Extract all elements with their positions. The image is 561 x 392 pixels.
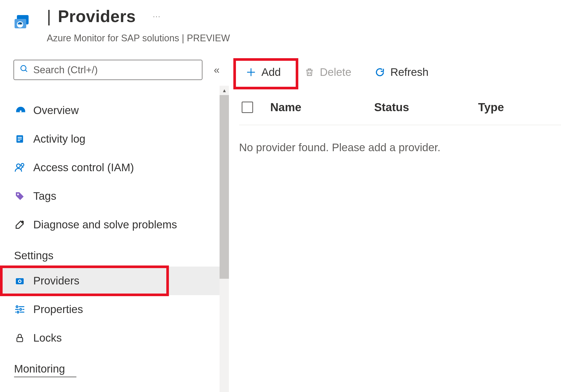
- page-title: Providers: [58, 7, 136, 26]
- lock-icon: [14, 332, 26, 344]
- more-icon[interactable]: ···: [142, 12, 161, 21]
- col-type[interactable]: Type: [478, 101, 561, 114]
- sidebar-item-providers[interactable]: Providers: [0, 267, 220, 295]
- sidebar-item-label: Activity log: [33, 133, 85, 145]
- sidebar-item-label: Overview: [33, 104, 79, 117]
- grid-header: Name Status Type: [239, 101, 561, 125]
- refresh-icon: [374, 67, 386, 78]
- collapse-sidebar-icon[interactable]: «: [214, 64, 220, 76]
- add-button-label: Add: [261, 66, 281, 78]
- tags-icon: [14, 190, 26, 202]
- sidebar-item-activity-log[interactable]: Activity log: [0, 125, 220, 153]
- sidebar-item-properties[interactable]: Properties: [0, 295, 220, 324]
- svg-point-19: [16, 306, 18, 308]
- sidebar-scrollbar[interactable]: ▴: [220, 86, 229, 392]
- sidebar: « Overview Activity log Access control (…: [0, 60, 220, 392]
- sidebar-item-tags[interactable]: Tags: [0, 182, 220, 210]
- resource-icon: [13, 14, 32, 32]
- delete-button: Delete: [298, 63, 358, 81]
- diagnose-icon: [14, 218, 26, 231]
- scrollbar-thumb[interactable]: [220, 95, 229, 279]
- search-icon: [20, 64, 29, 76]
- col-status[interactable]: Status: [374, 101, 478, 114]
- select-all-checkbox[interactable]: [242, 102, 253, 113]
- refresh-button-label: Refresh: [390, 66, 428, 78]
- page-header: | Providers ··· Azure Monitor for SAP so…: [13, 7, 561, 43]
- sidebar-item-label: Locks: [33, 332, 62, 344]
- delete-button-label: Delete: [320, 66, 351, 78]
- svg-rect-27: [17, 337, 23, 342]
- svg-rect-11: [18, 140, 20, 141]
- title-separator: |: [47, 7, 51, 26]
- sidebar-item-locks[interactable]: Locks: [0, 324, 220, 352]
- overview-icon: [14, 104, 26, 117]
- sidebar-item-access-control[interactable]: Access control (IAM): [0, 153, 220, 182]
- sidebar-item-label: Properties: [33, 303, 83, 316]
- main-content: Add Delete Refresh Name Status Type No p…: [239, 60, 561, 392]
- sidebar-item-diagnose[interactable]: Diagnose and solve problems: [0, 210, 220, 239]
- empty-state-message: No provider found. Please add a provider…: [239, 141, 561, 154]
- add-button[interactable]: Add: [239, 63, 287, 81]
- sidebar-item-label: Tags: [33, 190, 56, 202]
- refresh-button[interactable]: Refresh: [368, 63, 435, 81]
- scrollbar-up-icon[interactable]: ▴: [220, 86, 229, 95]
- activity-log-icon: [14, 133, 26, 145]
- svg-rect-10: [18, 138, 22, 139]
- page-subtitle: Azure Monitor for SAP solutions | PREVIE…: [47, 33, 230, 44]
- sidebar-section-monitoring: Monitoring: [14, 352, 76, 377]
- sidebar-nav: Overview Activity log Access control (IA…: [0, 96, 220, 377]
- sidebar-item-label: Diagnose and solve problems: [33, 218, 177, 231]
- svg-rect-9: [18, 137, 22, 138]
- providers-icon: [14, 275, 26, 287]
- search-input[interactable]: [33, 64, 196, 76]
- sidebar-item-label: Providers: [33, 275, 79, 287]
- svg-point-24: [17, 311, 19, 313]
- svg-line-5: [25, 70, 27, 72]
- svg-point-13: [21, 163, 24, 166]
- command-bar: Add Delete Refresh: [239, 60, 561, 85]
- svg-point-14: [17, 194, 19, 195]
- svg-point-18: [19, 280, 21, 282]
- svg-point-4: [21, 65, 26, 71]
- access-control-icon: [14, 161, 26, 174]
- sidebar-item-overview[interactable]: Overview: [0, 96, 220, 125]
- svg-point-12: [17, 164, 20, 168]
- sidebar-section-settings: Settings: [0, 239, 220, 267]
- svg-point-7: [20, 110, 22, 112]
- plus-icon: [245, 67, 257, 78]
- svg-point-15: [22, 221, 23, 223]
- trash-icon: [304, 67, 315, 78]
- col-name[interactable]: Name: [270, 101, 374, 114]
- search-input-wrapper[interactable]: [14, 60, 202, 80]
- sidebar-item-label: Access control (IAM): [33, 161, 134, 174]
- svg-point-21: [20, 309, 22, 310]
- properties-icon: [14, 303, 26, 316]
